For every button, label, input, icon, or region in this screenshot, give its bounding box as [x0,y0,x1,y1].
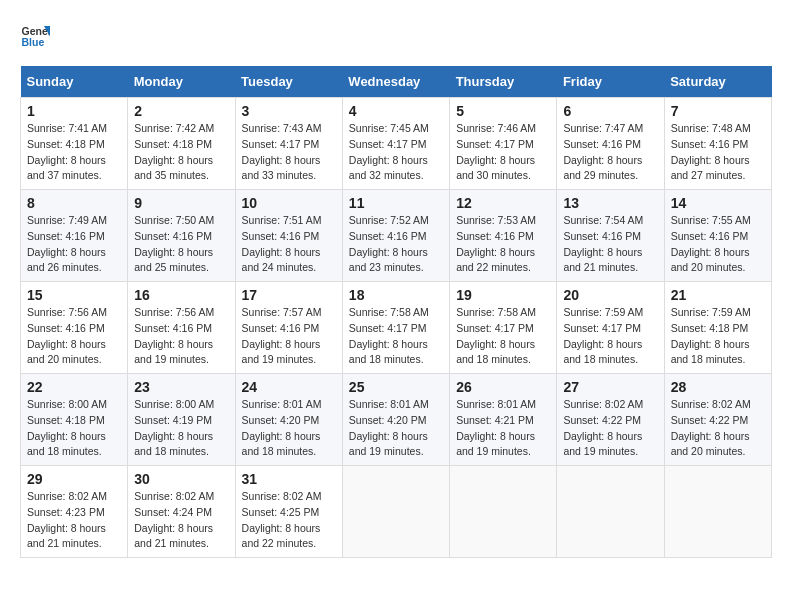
daylight-label: Daylight: 8 hours and 21 minutes. [563,246,642,274]
calendar-cell: 19 Sunrise: 7:58 AM Sunset: 4:17 PM Dayl… [450,282,557,374]
daylight-label: Daylight: 8 hours and 18 minutes. [242,430,321,458]
sunset-label: Sunset: 4:17 PM [242,138,320,150]
daylight-label: Daylight: 8 hours and 23 minutes. [349,246,428,274]
sunrise-label: Sunrise: 7:46 AM [456,122,536,134]
day-number: 28 [671,379,765,395]
sunset-label: Sunset: 4:16 PM [671,230,749,242]
calendar-cell [342,466,449,558]
calendar-cell: 18 Sunrise: 7:58 AM Sunset: 4:17 PM Dayl… [342,282,449,374]
sunset-label: Sunset: 4:17 PM [349,138,427,150]
day-number: 2 [134,103,228,119]
day-number: 4 [349,103,443,119]
calendar-cell: 13 Sunrise: 7:54 AM Sunset: 4:16 PM Dayl… [557,190,664,282]
col-header-thursday: Thursday [450,66,557,98]
day-info: Sunrise: 8:01 AM Sunset: 4:20 PM Dayligh… [349,397,443,460]
day-info: Sunrise: 7:59 AM Sunset: 4:17 PM Dayligh… [563,305,657,368]
calendar-cell: 24 Sunrise: 8:01 AM Sunset: 4:20 PM Dayl… [235,374,342,466]
day-number: 9 [134,195,228,211]
day-info: Sunrise: 7:54 AM Sunset: 4:16 PM Dayligh… [563,213,657,276]
daylight-label: Daylight: 8 hours and 19 minutes. [134,338,213,366]
calendar-cell: 7 Sunrise: 7:48 AM Sunset: 4:16 PM Dayli… [664,98,771,190]
svg-text:Blue: Blue [22,36,45,48]
day-number: 15 [27,287,121,303]
sunrise-label: Sunrise: 7:48 AM [671,122,751,134]
sunset-label: Sunset: 4:17 PM [349,322,427,334]
calendar-cell: 16 Sunrise: 7:56 AM Sunset: 4:16 PM Dayl… [128,282,235,374]
daylight-label: Daylight: 8 hours and 19 minutes. [349,430,428,458]
calendar-cell: 17 Sunrise: 7:57 AM Sunset: 4:16 PM Dayl… [235,282,342,374]
day-info: Sunrise: 7:47 AM Sunset: 4:16 PM Dayligh… [563,121,657,184]
sunset-label: Sunset: 4:16 PM [563,138,641,150]
calendar-week-row: 8 Sunrise: 7:49 AM Sunset: 4:16 PM Dayli… [21,190,772,282]
day-info: Sunrise: 8:01 AM Sunset: 4:20 PM Dayligh… [242,397,336,460]
calendar-week-row: 1 Sunrise: 7:41 AM Sunset: 4:18 PM Dayli… [21,98,772,190]
calendar-cell: 6 Sunrise: 7:47 AM Sunset: 4:16 PM Dayli… [557,98,664,190]
day-info: Sunrise: 8:02 AM Sunset: 4:22 PM Dayligh… [671,397,765,460]
daylight-label: Daylight: 8 hours and 22 minutes. [456,246,535,274]
sunset-label: Sunset: 4:18 PM [27,414,105,426]
sunrise-label: Sunrise: 7:59 AM [671,306,751,318]
sunset-label: Sunset: 4:16 PM [563,230,641,242]
calendar-cell: 12 Sunrise: 7:53 AM Sunset: 4:16 PM Dayl… [450,190,557,282]
day-info: Sunrise: 7:45 AM Sunset: 4:17 PM Dayligh… [349,121,443,184]
calendar-cell: 5 Sunrise: 7:46 AM Sunset: 4:17 PM Dayli… [450,98,557,190]
col-header-sunday: Sunday [21,66,128,98]
calendar-cell: 25 Sunrise: 8:01 AM Sunset: 4:20 PM Dayl… [342,374,449,466]
calendar-cell [557,466,664,558]
daylight-label: Daylight: 8 hours and 33 minutes. [242,154,321,182]
daylight-label: Daylight: 8 hours and 35 minutes. [134,154,213,182]
day-number: 16 [134,287,228,303]
day-number: 23 [134,379,228,395]
sunset-label: Sunset: 4:16 PM [349,230,427,242]
daylight-label: Daylight: 8 hours and 37 minutes. [27,154,106,182]
day-number: 25 [349,379,443,395]
sunset-label: Sunset: 4:16 PM [456,230,534,242]
day-number: 5 [456,103,550,119]
day-info: Sunrise: 8:02 AM Sunset: 4:22 PM Dayligh… [563,397,657,460]
daylight-label: Daylight: 8 hours and 20 minutes. [27,338,106,366]
calendar-table: SundayMondayTuesdayWednesdayThursdayFrid… [20,66,772,558]
sunrise-label: Sunrise: 7:43 AM [242,122,322,134]
day-number: 13 [563,195,657,211]
calendar-cell [664,466,771,558]
day-number: 12 [456,195,550,211]
sunset-label: Sunset: 4:16 PM [242,230,320,242]
day-info: Sunrise: 7:51 AM Sunset: 4:16 PM Dayligh… [242,213,336,276]
day-info: Sunrise: 8:02 AM Sunset: 4:24 PM Dayligh… [134,489,228,552]
daylight-label: Daylight: 8 hours and 26 minutes. [27,246,106,274]
daylight-label: Daylight: 8 hours and 21 minutes. [27,522,106,550]
daylight-label: Daylight: 8 hours and 24 minutes. [242,246,321,274]
col-header-wednesday: Wednesday [342,66,449,98]
daylight-label: Daylight: 8 hours and 29 minutes. [563,154,642,182]
col-header-friday: Friday [557,66,664,98]
sunrise-label: Sunrise: 7:52 AM [349,214,429,226]
sunset-label: Sunset: 4:16 PM [134,230,212,242]
calendar-week-row: 29 Sunrise: 8:02 AM Sunset: 4:23 PM Dayl… [21,466,772,558]
calendar-cell: 21 Sunrise: 7:59 AM Sunset: 4:18 PM Dayl… [664,282,771,374]
day-number: 8 [27,195,121,211]
sunset-label: Sunset: 4:18 PM [671,322,749,334]
sunset-label: Sunset: 4:16 PM [27,230,105,242]
sunrise-label: Sunrise: 8:02 AM [671,398,751,410]
calendar-cell: 10 Sunrise: 7:51 AM Sunset: 4:16 PM Dayl… [235,190,342,282]
daylight-label: Daylight: 8 hours and 25 minutes. [134,246,213,274]
sunrise-label: Sunrise: 7:58 AM [349,306,429,318]
calendar-cell: 2 Sunrise: 7:42 AM Sunset: 4:18 PM Dayli… [128,98,235,190]
daylight-label: Daylight: 8 hours and 20 minutes. [671,430,750,458]
sunset-label: Sunset: 4:16 PM [242,322,320,334]
day-number: 22 [27,379,121,395]
day-number: 3 [242,103,336,119]
day-number: 26 [456,379,550,395]
sunrise-label: Sunrise: 7:49 AM [27,214,107,226]
col-header-monday: Monday [128,66,235,98]
sunset-label: Sunset: 4:19 PM [134,414,212,426]
sunrise-label: Sunrise: 7:41 AM [27,122,107,134]
sunset-label: Sunset: 4:24 PM [134,506,212,518]
calendar-cell: 31 Sunrise: 8:02 AM Sunset: 4:25 PM Dayl… [235,466,342,558]
sunset-label: Sunset: 4:16 PM [134,322,212,334]
calendar-week-row: 15 Sunrise: 7:56 AM Sunset: 4:16 PM Dayl… [21,282,772,374]
page-header: General Blue [20,20,772,50]
sunset-label: Sunset: 4:25 PM [242,506,320,518]
daylight-label: Daylight: 8 hours and 18 minutes. [456,338,535,366]
calendar-cell: 26 Sunrise: 8:01 AM Sunset: 4:21 PM Dayl… [450,374,557,466]
